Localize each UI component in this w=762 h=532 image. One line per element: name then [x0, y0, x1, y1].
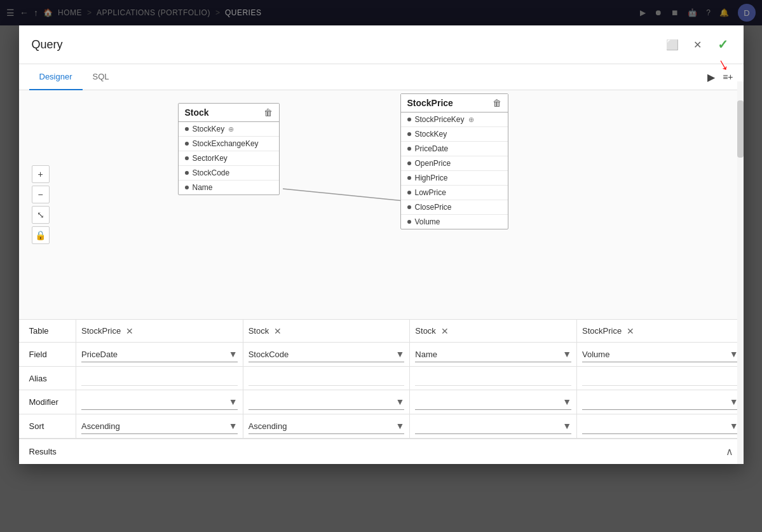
modifier-col-2[interactable]: ▼ — [243, 390, 410, 414]
run-button[interactable]: ▶ — [707, 71, 715, 83]
stock-field-stockcode[interactable]: StockCode — [179, 166, 279, 181]
alias-input-4[interactable] — [582, 371, 738, 386]
field-name: OpenPrice — [415, 159, 451, 168]
remove-table-2-button[interactable]: ✕ — [271, 325, 284, 338]
field-row: Field PriceDate ▼ StockCode ▼ — [19, 343, 744, 367]
bottom-grid: Table StockPrice ✕ Stock ✕ — [19, 319, 744, 464]
sort-dropdown-3[interactable]: ▼ — [415, 418, 571, 434]
stock-delete-button[interactable]: 🗑 — [264, 107, 273, 118]
field-name: ClosePrice — [415, 203, 452, 212]
sort-dropdown-2[interactable]: Ascending ▼ — [248, 418, 405, 434]
alias-input-2[interactable] — [248, 371, 405, 386]
field-dropdown-3[interactable]: Name ▼ — [415, 346, 571, 362]
table-col-4: StockPrice ✕ — [577, 320, 744, 343]
alias-input-3[interactable] — [415, 371, 571, 386]
table-row-label: Table — [19, 320, 76, 343]
modifier-dropdown-1[interactable]: ▼ — [81, 394, 238, 410]
sp-field-highprice[interactable]: HighPrice — [401, 171, 508, 186]
remove-table-4-button[interactable]: ✕ — [624, 325, 637, 338]
dot-icon — [407, 220, 411, 224]
sp-field-lowprice[interactable]: LowPrice — [401, 186, 508, 200]
sort-col-1[interactable]: Ascending ▼ — [76, 414, 243, 439]
table-value-1: StockPrice — [81, 326, 121, 336]
field-dropdown-1[interactable]: PriceDate ▼ — [81, 346, 238, 362]
stockprice-table-header: StockPrice 🗑 — [401, 94, 508, 113]
sort-row-label: Sort — [19, 414, 76, 439]
sort-col-2[interactable]: Ascending ▼ — [243, 414, 410, 439]
field-col-1[interactable]: PriceDate ▼ — [76, 343, 243, 367]
sort-col-3[interactable]: ▼ — [410, 414, 577, 439]
confirm-button[interactable]: ✓ — [713, 34, 733, 55]
stock-field-stockkey[interactable]: StockKey ⊕ — [179, 122, 279, 137]
stock-field-stockexchangekey[interactable]: StockExchangeKey — [179, 137, 279, 151]
table-value-2: Stock — [248, 326, 269, 336]
sp-field-volume[interactable]: Volume — [401, 215, 508, 229]
sort-dropdown-4[interactable]: ▼ — [582, 418, 738, 434]
modifier-col-1[interactable]: ▼ — [76, 390, 243, 414]
dot-icon — [407, 205, 411, 209]
field-col-3[interactable]: Name ▼ — [410, 343, 577, 367]
zoom-lock-button[interactable]: 🔒 — [32, 226, 50, 244]
sp-field-closeprice[interactable]: ClosePrice — [401, 200, 508, 215]
field-col-4[interactable]: Volume ▼ — [577, 343, 744, 367]
sp-field-stockpricekey[interactable]: StockPriceKey ⊕ — [401, 113, 508, 127]
field-col-2[interactable]: StockCode ▼ — [243, 343, 410, 367]
close-button[interactable]: ✕ — [688, 34, 708, 55]
table-cell-4: StockPrice ✕ — [582, 325, 738, 338]
zoom-fit-button[interactable]: ⤡ — [32, 206, 50, 224]
sort-col-4[interactable]: ▼ — [577, 414, 744, 439]
stock-field-sectorkey[interactable]: SectorKey — [179, 151, 279, 166]
field-name: PriceDate — [415, 144, 449, 153]
alias-col-1[interactable] — [76, 367, 243, 390]
table-cell-1: StockPrice ✕ — [81, 325, 238, 338]
field-dropdown-4[interactable]: Volume ▼ — [582, 346, 738, 362]
table-row: Table StockPrice ✕ Stock ✕ — [19, 320, 744, 343]
dot-icon — [407, 161, 411, 165]
table-col-2: Stock ✕ — [243, 320, 410, 343]
results-chevron-icon: ∧ — [726, 446, 733, 458]
stock-table-title: Stock — [185, 107, 209, 118]
remove-table-3-button[interactable]: ✕ — [439, 325, 451, 338]
field-name: SectorKey — [193, 154, 228, 163]
sp-field-pricedate[interactable]: PriceDate — [401, 142, 508, 156]
alias-col-2[interactable] — [243, 367, 410, 390]
alias-input-1[interactable] — [81, 371, 238, 386]
modifier-row-label: Modifier — [19, 390, 76, 414]
chevron-down-icon: ▼ — [395, 421, 404, 431]
zoom-out-button[interactable]: − — [32, 186, 50, 203]
alias-row-label: Alias — [19, 367, 76, 390]
stockprice-delete-button[interactable]: 🗑 — [493, 98, 501, 108]
stockprice-table-title: StockPrice — [407, 98, 453, 108]
tab-designer[interactable]: Designer — [29, 64, 83, 90]
alias-col-3[interactable] — [410, 367, 577, 390]
stock-field-name[interactable]: Name — [179, 181, 279, 194]
zoom-in-button[interactable]: + — [32, 165, 50, 183]
side-scrollbar[interactable] — [737, 81, 744, 464]
modifier-col-3[interactable]: ▼ — [410, 390, 577, 414]
add-columns-button[interactable]: ≡+ — [723, 72, 733, 82]
field-dropdown-2[interactable]: StockCode ▼ — [248, 346, 405, 362]
field-name: Name — [193, 183, 213, 192]
modifier-col-4[interactable]: ▼ — [577, 390, 744, 414]
tab-sql[interactable]: SQL — [83, 64, 119, 90]
modifier-dropdown-2[interactable]: ▼ — [248, 394, 405, 410]
sort-row: Sort Ascending ▼ Ascending ▼ — [19, 414, 744, 439]
chevron-down-icon: ▼ — [562, 421, 571, 431]
maximize-button[interactable]: ⬜ — [662, 34, 683, 55]
sp-field-stockkey[interactable]: StockKey — [401, 127, 508, 142]
modifier-dropdown-3[interactable]: ▼ — [415, 394, 571, 410]
sort-dropdown-1[interactable]: Ascending ▼ — [81, 418, 238, 434]
field-name: StockExchangeKey — [193, 139, 259, 148]
dot-icon — [185, 156, 189, 160]
modifier-dropdown-4[interactable]: ▼ — [582, 394, 738, 410]
table-value-3: Stock — [415, 326, 436, 336]
dot-icon — [407, 191, 411, 194]
dot-icon — [407, 132, 411, 136]
remove-table-1-button[interactable]: ✕ — [123, 325, 136, 338]
field-dropdown-value-1: PriceDate — [81, 350, 226, 359]
results-row[interactable]: Results ∧ — [19, 439, 744, 464]
sp-field-openprice[interactable]: OpenPrice — [401, 156, 508, 171]
alias-col-4[interactable] — [577, 367, 744, 390]
dot-icon — [185, 171, 189, 175]
query-grid: Table StockPrice ✕ Stock ✕ — [19, 320, 744, 439]
